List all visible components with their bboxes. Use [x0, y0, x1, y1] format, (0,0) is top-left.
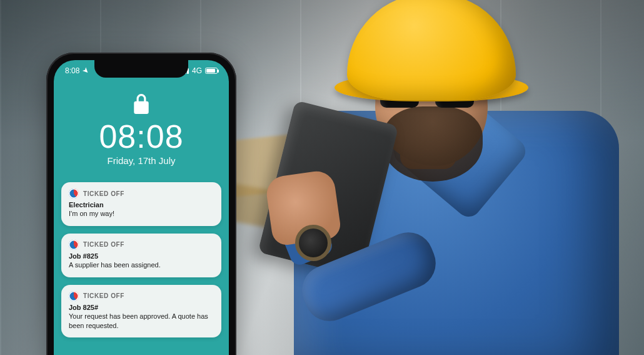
battery-icon — [205, 68, 218, 74]
worker-beard — [383, 106, 483, 182]
app-icon — [69, 291, 79, 301]
notification-app-name: TICKED OFF — [83, 292, 124, 299]
notification-card[interactable]: TICKED OFF Electrician I'm on my way! — [61, 182, 221, 226]
lockscreen-time: 08:08 — [54, 120, 229, 153]
phone-screen[interactable]: 8:08 ➤ 4G 08:08 Friday, 17th July — [54, 60, 229, 355]
statusbar-time: 8:08 — [65, 66, 79, 75]
scene: 8:08 ➤ 4G 08:08 Friday, 17th July — [0, 0, 644, 355]
notification-card[interactable]: TICKED OFF Job #825 A supplier has been … — [61, 234, 221, 277]
wristwatch-icon — [295, 225, 331, 261]
notification-body: Your request has been approved. A quote … — [69, 312, 214, 331]
notification-app-name: TICKED OFF — [83, 190, 124, 197]
app-icon — [69, 240, 79, 250]
app-icon — [69, 188, 79, 198]
notification-body: A supplier has been assigned. — [69, 260, 214, 270]
notification-title: Job 825# — [69, 304, 214, 311]
notification-title: Job #825 — [69, 252, 214, 260]
phone-frame: 8:08 ➤ 4G 08:08 Friday, 17th July — [46, 53, 236, 355]
notification-title: Electrician — [69, 201, 214, 208]
network-label: 4G — [192, 66, 202, 75]
worker-figure — [244, 0, 644, 355]
notification-body: I'm on my way! — [69, 209, 214, 219]
notification-card[interactable]: TICKED OFF Job 825# Your request has bee… — [61, 285, 221, 338]
hardhat-icon — [347, 0, 516, 100]
notification-app-name: TICKED OFF — [83, 241, 124, 248]
notification-list: TICKED OFF Electrician I'm on my way! TI… — [54, 182, 229, 337]
lockscreen-date: Friday, 17th July — [54, 155, 229, 166]
lock-icon — [133, 105, 149, 116]
location-icon: ➤ — [81, 66, 91, 76]
phone-notch — [94, 60, 188, 78]
